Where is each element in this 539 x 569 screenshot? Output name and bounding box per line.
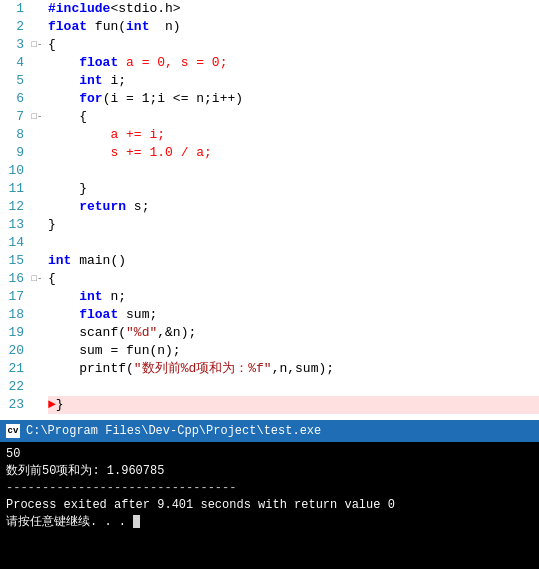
line-numbers: 1234567891011121314151617181920212223 xyxy=(0,0,30,420)
terminal-line: 50 xyxy=(6,446,533,463)
code-line: a += i; xyxy=(48,126,539,144)
code-line: for(i = 1;i <= n;i++) xyxy=(48,90,539,108)
collapse-cell xyxy=(30,18,44,36)
code-line: sum = fun(n); xyxy=(48,342,539,360)
collapse-cell xyxy=(30,234,44,252)
terminal-line: 请按任意键继续. . . xyxy=(6,514,533,531)
terminal-body: 50数列前50项和为: 1.960785--------------------… xyxy=(0,442,539,569)
collapse-cell xyxy=(30,216,44,234)
code-editor: 1234567891011121314151617181920212223 □-… xyxy=(0,0,539,420)
collapse-cell xyxy=(30,252,44,270)
code-line: } xyxy=(48,216,539,234)
line-number: 6 xyxy=(4,90,24,108)
line-number: 3 xyxy=(4,36,24,54)
collapse-cell xyxy=(30,0,44,18)
collapse-cell xyxy=(30,378,44,396)
line-number: 22 xyxy=(4,378,24,396)
collapse-cell xyxy=(30,288,44,306)
collapse-cell xyxy=(30,306,44,324)
code-line: int main() xyxy=(48,252,539,270)
line-number: 7 xyxy=(4,108,24,126)
collapse-cell xyxy=(30,324,44,342)
code-line: ►} xyxy=(48,396,539,414)
code-line: s += 1.0 / a; xyxy=(48,144,539,162)
code-area: 1234567891011121314151617181920212223 □-… xyxy=(0,0,539,420)
terminal-icon: cv xyxy=(6,424,20,438)
collapse-cell xyxy=(30,198,44,216)
collapse-cell xyxy=(30,180,44,198)
collapse-cell xyxy=(30,54,44,72)
terminal: cv C:\Program Files\Dev-Cpp\Project\test… xyxy=(0,420,539,569)
line-number: 4 xyxy=(4,54,24,72)
line-number: 14 xyxy=(4,234,24,252)
terminal-cursor xyxy=(133,515,140,528)
terminal-line: 数列前50项和为: 1.960785 xyxy=(6,463,533,480)
collapse-cell[interactable]: □- xyxy=(30,108,44,126)
line-number: 16 xyxy=(4,270,24,288)
line-number: 2 xyxy=(4,18,24,36)
terminal-line: -------------------------------- xyxy=(6,480,533,497)
collapse-cell xyxy=(30,162,44,180)
line-number: 19 xyxy=(4,324,24,342)
line-number: 10 xyxy=(4,162,24,180)
line-number: 23 xyxy=(4,396,24,414)
line-number: 12 xyxy=(4,198,24,216)
terminal-title: C:\Program Files\Dev-Cpp\Project\test.ex… xyxy=(26,424,321,438)
collapse-cell xyxy=(30,360,44,378)
line-number: 18 xyxy=(4,306,24,324)
line-number: 13 xyxy=(4,216,24,234)
code-line: { xyxy=(48,36,539,54)
line-number: 9 xyxy=(4,144,24,162)
collapse-cell xyxy=(30,342,44,360)
line-number: 5 xyxy=(4,72,24,90)
code-line: } xyxy=(48,180,539,198)
code-line: return s; xyxy=(48,198,539,216)
code-line: { xyxy=(48,108,539,126)
line-number: 21 xyxy=(4,360,24,378)
collapse-indicators[interactable]: □-□-□- xyxy=(30,0,44,420)
code-line xyxy=(48,234,539,252)
collapse-cell xyxy=(30,126,44,144)
code-line: printf("数列前%d项和为：%f",n,sum); xyxy=(48,360,539,378)
line-number: 17 xyxy=(4,288,24,306)
code-lines: #include<stdio.h>float fun(int n){ float… xyxy=(44,0,539,420)
collapse-cell xyxy=(30,396,44,414)
collapse-cell[interactable]: □- xyxy=(30,36,44,54)
code-line: float fun(int n) xyxy=(48,18,539,36)
collapse-cell[interactable]: □- xyxy=(30,270,44,288)
terminal-title-bar: cv C:\Program Files\Dev-Cpp\Project\test… xyxy=(0,420,539,442)
collapse-cell xyxy=(30,90,44,108)
code-line xyxy=(48,378,539,396)
code-line: { xyxy=(48,270,539,288)
collapse-cell xyxy=(30,72,44,90)
line-number: 15 xyxy=(4,252,24,270)
code-line: float a = 0, s = 0; xyxy=(48,54,539,72)
line-number: 20 xyxy=(4,342,24,360)
code-line xyxy=(48,162,539,180)
line-number: 11 xyxy=(4,180,24,198)
code-line: #include<stdio.h> xyxy=(48,0,539,18)
code-line: int i; xyxy=(48,72,539,90)
code-line: int n; xyxy=(48,288,539,306)
line-number: 8 xyxy=(4,126,24,144)
code-line: scanf("%d",&n); xyxy=(48,324,539,342)
line-number: 1 xyxy=(4,0,24,18)
code-line: float sum; xyxy=(48,306,539,324)
collapse-cell xyxy=(30,144,44,162)
terminal-line: Process exited after 9.401 seconds with … xyxy=(6,497,533,514)
